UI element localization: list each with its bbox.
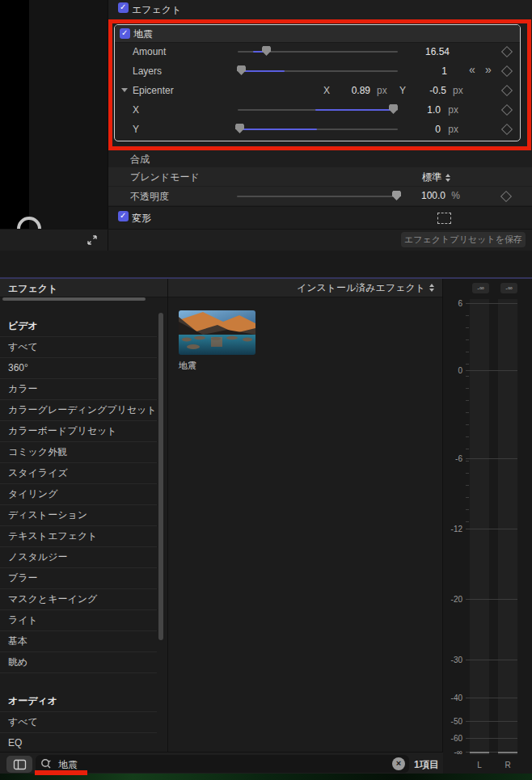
- x-keyframe-diamond[interactable]: [501, 104, 513, 116]
- transform-onscreen-controls-icon[interactable]: [437, 213, 451, 224]
- popup-stepper-icon: [429, 284, 434, 292]
- sidebar-category-item[interactable]: ノスタルジー: [0, 547, 157, 568]
- effect-tile-label: 地震: [179, 360, 196, 372]
- prev-keyframe-arrow-icon[interactable]: «: [469, 65, 475, 74]
- epicenter-y-label: Y: [399, 85, 406, 96]
- search-field[interactable]: ×: [36, 755, 409, 773]
- category-label: タイリング: [8, 488, 57, 500]
- x-value[interactable]: 1.0: [427, 104, 441, 116]
- opacity-unit: %: [451, 190, 460, 201]
- next-keyframe-arrow-icon[interactable]: »: [485, 65, 492, 74]
- category-list: ビデオ すべて 360° カラー カラーグレーディングプリセット: [0, 316, 157, 752]
- save-effect-preset-button[interactable]: エフェクトプリセットを保存: [401, 232, 526, 247]
- right-meter-level: [498, 752, 517, 753]
- y-value[interactable]: 0: [435, 124, 441, 135]
- blend-mode-popup[interactable]: 標準: [422, 171, 450, 184]
- sidebar-category-item[interactable]: タイリング: [0, 484, 157, 505]
- x-slider-thumb[interactable]: [389, 104, 398, 114]
- sidebar-category-item[interactable]: 360°: [0, 358, 157, 379]
- epicenter-keyframe-diamond[interactable]: [501, 85, 513, 96]
- transform-checkbox[interactable]: [118, 211, 129, 221]
- sidebar-category-item[interactable]: すべて: [0, 337, 157, 358]
- meter-tick-label: -20: [443, 595, 462, 604]
- quake-effect-section: 地震 Amount 16.54 Layers 1 « »: [114, 24, 521, 141]
- opacity-label: 不透明度: [130, 190, 169, 204]
- x-unit: px: [448, 104, 458, 116]
- amount-value[interactable]: 16.54: [425, 46, 450, 57]
- sidebar-category-item[interactable]: 基本: [0, 631, 157, 652]
- opacity-value[interactable]: 100.0: [421, 190, 445, 201]
- y-slider-thumb[interactable]: [235, 124, 244, 133]
- layers-label: Layers: [133, 65, 162, 77]
- opacity-keyframe-diamond[interactable]: [500, 191, 512, 202]
- sidebar-category-item[interactable]: ビデオ: [0, 316, 157, 337]
- sidebar-category-item[interactable]: EQ: [0, 733, 157, 752]
- transform-row: 変形: [108, 207, 532, 228]
- amount-label: Amount: [133, 46, 166, 57]
- sidebar-category-item[interactable]: ライト: [0, 610, 157, 631]
- category-label: 基本: [8, 635, 27, 647]
- sidebar-category-item[interactable]: カラーグレーディングプリセット: [0, 400, 157, 421]
- right-meter-channel: [498, 299, 517, 755]
- viewer-area: [0, 0, 108, 229]
- amount-slider-thumb[interactable]: [262, 46, 271, 56]
- category-label: 眺め: [8, 656, 27, 668]
- sidebar-horizontal-scrollbar[interactable]: [2, 297, 146, 301]
- category-label: すべて: [8, 341, 38, 352]
- sidebar-category-item[interactable]: コミック外観: [0, 442, 157, 463]
- epicenter-x-label: X: [323, 85, 330, 96]
- popup-stepper-icon: [445, 174, 450, 182]
- sidebar-category-item[interactable]: ブラー: [0, 568, 157, 589]
- effects-checkbox[interactable]: [118, 2, 129, 13]
- left-meter-level: [470, 752, 489, 753]
- divider: [167, 279, 168, 752]
- category-label: ビデオ: [8, 320, 38, 331]
- x-label: X: [133, 104, 139, 116]
- expand-viewer-icon[interactable]: [86, 234, 99, 249]
- amount-keyframe-diamond[interactable]: [501, 46, 513, 57]
- sidebar-category-item[interactable]: テキストエフェクト: [0, 526, 157, 547]
- layers-slider-thumb[interactable]: [237, 65, 246, 75]
- disclosure-triangle-icon[interactable]: [121, 88, 128, 92]
- quake-checkbox[interactable]: [120, 28, 130, 39]
- audio-meters: -∞ -∞ 6 0: [443, 279, 532, 775]
- sidebar-vertical-scrollbar[interactable]: [158, 313, 163, 640]
- sidebar-category-item[interactable]: 眺め: [0, 652, 157, 673]
- epicenter-row: Epicenter X 0.89 px Y -0.5 px: [115, 81, 520, 100]
- x-row: X 1.0 px: [115, 100, 520, 120]
- sidebar-category-item[interactable]: スタイライズ: [0, 463, 157, 484]
- clear-search-icon[interactable]: ×: [392, 757, 405, 770]
- effect-thumbnail[interactable]: [179, 310, 255, 355]
- sidebar-category-item[interactable]: すべて: [0, 712, 157, 733]
- epicenter-x-unit: px: [377, 85, 387, 96]
- annotation-underline: [35, 770, 87, 775]
- quake-header[interactable]: 地震: [115, 25, 520, 43]
- opacity-slider-thumb[interactable]: [392, 191, 401, 200]
- category-label: EQ: [8, 737, 22, 748]
- blend-mode-value: 標準: [422, 171, 441, 184]
- sidebar-category-item[interactable]: [0, 673, 157, 691]
- opacity-slider-track[interactable]: [237, 196, 397, 197]
- y-keyframe-diamond[interactable]: [501, 124, 513, 135]
- meter-tick-label: -12: [443, 525, 462, 533]
- left-meter-channel: [470, 299, 489, 755]
- search-input[interactable]: [57, 757, 367, 773]
- epicenter-y-value[interactable]: -0.5: [407, 85, 446, 96]
- layers-keyframe-diamond[interactable]: [501, 65, 513, 77]
- sidebar-category-item[interactable]: カラーボードプリセット: [0, 421, 157, 442]
- category-label: ライト: [8, 614, 38, 626]
- sidebar-category-item[interactable]: オーディオ: [0, 691, 157, 712]
- results-count: 1項目: [414, 758, 439, 772]
- category-label: テキストエフェクト: [8, 530, 98, 542]
- amount-row: Amount 16.54: [115, 42, 520, 61]
- right-channel-label: R: [498, 761, 517, 769]
- sidebar-category-item[interactable]: ディストーション: [0, 505, 157, 526]
- minor-tick-marks: [466, 303, 469, 529]
- installed-effects-popup[interactable]: インストール済みエフェクト: [169, 279, 442, 297]
- epicenter-x-value[interactable]: 0.89: [331, 85, 370, 96]
- sidebar-category-item[interactable]: マスクとキーイング: [0, 589, 157, 610]
- meter-tick-label: -60: [443, 734, 462, 743]
- sidebar-toggle-button[interactable]: [6, 756, 32, 773]
- layers-value[interactable]: 1: [441, 65, 447, 77]
- sidebar-category-item[interactable]: カラー: [0, 379, 157, 400]
